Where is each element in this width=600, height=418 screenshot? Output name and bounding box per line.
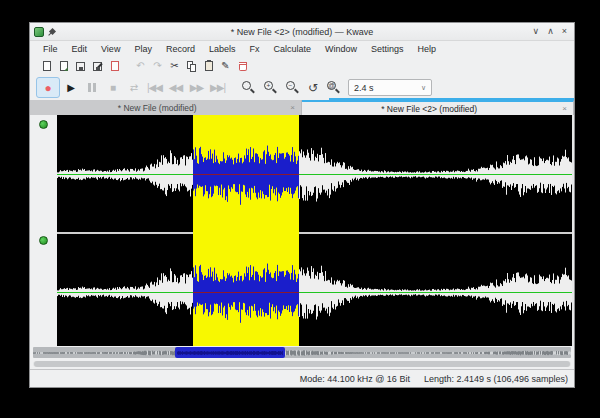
zoom-100-icon: @ [327, 81, 336, 90]
close-button[interactable]: × [562, 23, 567, 40]
redo-icon: ↷ [153, 61, 161, 71]
forward-button[interactable]: ▶▶ [186, 78, 207, 97]
draw-button[interactable]: ✎ [217, 58, 234, 74]
new-file-button[interactable] [38, 58, 55, 74]
track-2-controls [30, 231, 57, 347]
overview-bar [30, 346, 574, 359]
rewind-icon: ◀◀ [169, 83, 182, 93]
zoom-all-button[interactable]: ↺ [308, 82, 318, 94]
menu-item-settings[interactable]: Settings [364, 41, 411, 57]
pause-button[interactable] [81, 78, 102, 97]
delete-button[interactable] [234, 58, 251, 74]
menu-bar: FileEditViewPlayRecordLabelsFxCalculateW… [30, 41, 574, 57]
undo-button[interactable]: ↶ [132, 58, 149, 74]
menu-item-calculate[interactable]: Calculate [266, 41, 318, 57]
maximize-button[interactable]: ∧ [547, 23, 554, 40]
go-to-start-button[interactable]: |◀◀ [144, 78, 165, 97]
redo-button[interactable]: ↷ [149, 58, 166, 74]
zoom-toolbar: + − ↺ @ [242, 81, 340, 94]
new-file-icon [43, 61, 51, 71]
stop-button[interactable]: ■ [102, 78, 123, 97]
desktop: { "window": { "title": "* New File <2> (… [0, 0, 600, 418]
paste-icon [205, 61, 213, 71]
status-mode: Mode: 44.100 kHz @ 16 Bit [300, 374, 410, 384]
zoom-in-icon: + [264, 81, 273, 90]
window-controls: ∨ ∧ × [533, 23, 574, 40]
open-file-icon [60, 61, 68, 71]
overview-canvas[interactable] [33, 347, 571, 358]
save-icon [76, 62, 85, 71]
playback-toolbar: ● ▶ ■ ⇄ |◀◀ ◀◀ ▶▶ ▶▶| + − ↺ @ 2.4 s ∨ [30, 75, 574, 100]
track-controls-strip [30, 115, 57, 346]
play-button[interactable]: ▶ [60, 78, 81, 97]
save-as-icon [93, 62, 102, 71]
forward-icon: ▶▶ [190, 83, 203, 93]
menu-item-record[interactable]: Record [159, 41, 202, 57]
track-1-enabled-led[interactable] [39, 120, 48, 129]
cut-icon: ✂ [170, 61, 178, 71]
menu-item-play[interactable]: Play [127, 41, 159, 57]
menu-item-fx[interactable]: Fx [242, 41, 266, 57]
tab-close-icon[interactable]: × [284, 103, 301, 112]
zoom-out-icon: − [286, 81, 295, 90]
copy-icon [187, 61, 197, 72]
tab-label: * New File (modified) [30, 103, 284, 113]
rewind-button[interactable]: ◀◀ [165, 78, 186, 97]
signal-view [30, 115, 574, 346]
tab-bar: * New File (modified) × * New File <2> (… [30, 100, 574, 115]
menu-item-window[interactable]: Window [318, 41, 364, 57]
menu-item-help[interactable]: Help [411, 41, 444, 57]
horizontal-scrollbar [30, 359, 574, 369]
zoom-factor-value: 2.4 s [354, 83, 374, 93]
status-bar: Mode: 44.100 kHz @ 16 Bit Length: 2.4149… [30, 369, 574, 387]
shade-button[interactable]: ∨ [533, 23, 540, 40]
waveform-area [57, 115, 574, 346]
record-button[interactable]: ● [36, 77, 60, 98]
menu-item-labels[interactable]: Labels [202, 41, 243, 57]
record-icon: ● [44, 82, 51, 94]
zoom-factor-combobox[interactable]: 2.4 s ∨ [348, 79, 432, 96]
open-file-button[interactable] [55, 58, 72, 74]
zoom-in-button[interactable]: + [264, 81, 277, 94]
track-1-controls [30, 115, 57, 231]
paste-button[interactable] [200, 58, 217, 74]
loop-icon: ⇄ [130, 83, 137, 93]
track-2-enabled-led[interactable] [39, 236, 48, 245]
status-length: Length: 2.4149 s (106,496 samples) [424, 374, 568, 384]
menu-item-file[interactable]: File [36, 41, 65, 57]
menu-item-edit[interactable]: Edit [65, 41, 95, 57]
menu-item-view[interactable]: View [94, 41, 127, 57]
zoom-selection-button[interactable] [242, 81, 255, 94]
loop-button[interactable]: ⇄ [123, 78, 144, 97]
file-toolbar: ↶ ↷ ✂ ✎ [30, 57, 574, 75]
draw-pen-icon: ✎ [221, 61, 229, 71]
close-file-icon [111, 61, 119, 71]
zoom-100-button[interactable]: @ [327, 81, 340, 94]
close-file-button[interactable] [106, 58, 123, 74]
go-to-end-icon: ▶▶| [210, 83, 225, 93]
undo-icon: ↶ [136, 61, 144, 71]
pause-icon [88, 83, 96, 92]
tab-new-file-2[interactable]: * New File <2> (modified) × [302, 100, 574, 115]
zoom-out-button[interactable]: − [286, 81, 299, 94]
tab-new-file[interactable]: * New File (modified) × [30, 100, 302, 115]
go-to-end-button[interactable]: ▶▶| [207, 78, 228, 97]
title-bar[interactable]: * New File <2> (modified) — Kwave ∨ ∧ × [30, 23, 574, 41]
cut-button[interactable]: ✂ [166, 58, 183, 74]
scrollbar-track[interactable] [33, 361, 571, 367]
stop-icon: ■ [110, 83, 115, 93]
waveform-canvas[interactable] [57, 115, 572, 351]
scrollbar-thumb[interactable] [34, 361, 570, 367]
save-button[interactable] [72, 58, 89, 74]
window-title: * New File <2> (modified) — Kwave [30, 27, 574, 37]
trash-icon [239, 62, 247, 71]
chevron-down-icon: ∨ [421, 84, 426, 92]
save-as-button[interactable] [89, 58, 106, 74]
tab-label: * New File <2> (modified) [302, 104, 556, 114]
play-icon: ▶ [67, 83, 74, 93]
kwave-window: * New File <2> (modified) — Kwave ∨ ∧ × … [29, 22, 575, 388]
copy-button[interactable] [183, 58, 200, 74]
zoom-selection-icon [242, 81, 251, 90]
go-to-start-icon: |◀◀ [147, 83, 162, 93]
tab-close-icon[interactable]: × [556, 104, 573, 113]
